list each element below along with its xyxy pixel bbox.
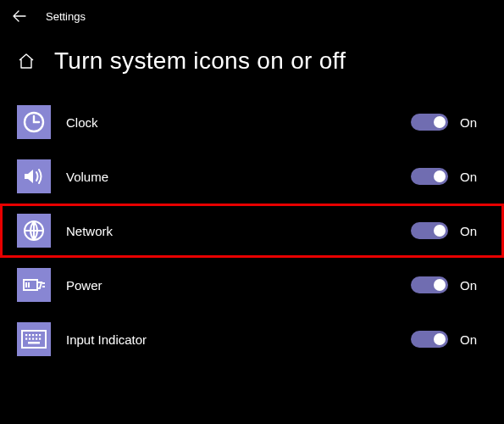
toggle-power[interactable]	[411, 276, 448, 293]
svg-rect-8	[25, 334, 27, 336]
toggle-network[interactable]	[411, 222, 448, 239]
list-item-network: Network On	[0, 204, 504, 258]
app-title: Settings	[46, 10, 86, 23]
page-header: Turn system icons on or off	[0, 32, 504, 95]
svg-rect-14	[29, 338, 30, 340]
svg-rect-17	[39, 338, 41, 340]
keyboard-icon	[17, 322, 51, 356]
item-label: Clock	[66, 115, 411, 130]
toggle-state: On	[460, 278, 480, 293]
volume-icon	[17, 159, 51, 193]
toggle-state: On	[460, 332, 480, 347]
svg-rect-15	[32, 338, 34, 340]
item-label: Volume	[66, 170, 411, 184]
item-label: Network	[66, 224, 411, 238]
toggle-state: On	[460, 170, 480, 184]
clock-icon	[17, 105, 51, 139]
item-label: Input Indicator	[66, 332, 411, 347]
power-icon	[17, 268, 51, 302]
item-label: Power	[66, 278, 411, 293]
svg-rect-13	[25, 338, 27, 340]
back-button[interactable]	[12, 8, 27, 24]
svg-rect-10	[32, 334, 34, 336]
toggle-clock[interactable]	[411, 114, 448, 131]
home-button[interactable]	[17, 52, 36, 70]
svg-rect-9	[29, 334, 30, 336]
list-item-power: Power On	[0, 258, 504, 312]
toggle-input-indicator[interactable]	[411, 331, 448, 348]
svg-rect-11	[36, 334, 37, 336]
svg-rect-18	[28, 342, 40, 344]
svg-rect-16	[36, 338, 37, 340]
home-icon	[18, 53, 35, 70]
system-icons-list: Clock On Volume On Netwo	[0, 95, 504, 366]
title-bar: Settings	[0, 0, 504, 32]
arrow-left-icon	[13, 9, 26, 23]
svg-rect-12	[39, 334, 41, 336]
list-item-volume: Volume On	[0, 149, 504, 204]
list-item-input-indicator: Input Indicator On	[0, 312, 504, 366]
toggle-state: On	[460, 224, 480, 238]
list-item-clock: Clock On	[0, 95, 504, 149]
globe-icon	[17, 214, 51, 248]
toggle-state: On	[460, 115, 480, 130]
toggle-volume[interactable]	[411, 168, 448, 185]
page-title: Turn system icons on or off	[54, 47, 346, 75]
